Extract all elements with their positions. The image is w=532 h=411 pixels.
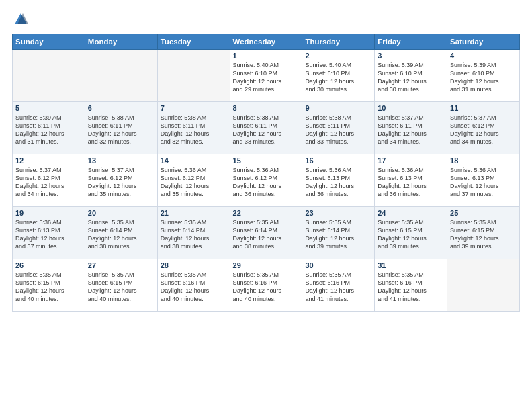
calendar-header-row: SundayMondayTuesdayWednesdayThursdayFrid… [13,34,520,50]
cell-content: Sunrise: 5:37 AM Sunset: 6:12 PM Dayligh… [15,166,82,199]
day-number: 9 [305,104,371,112]
calendar-cell: 7Sunrise: 5:38 AM Sunset: 6:11 PM Daylig… [157,102,230,154]
col-header-saturday: Saturday [447,34,520,50]
calendar-cell: 27Sunrise: 5:35 AM Sunset: 6:15 PM Dayli… [85,259,157,312]
day-number: 26 [15,261,82,269]
calendar-body: 1Sunrise: 5:40 AM Sunset: 6:10 PM Daylig… [13,50,520,312]
day-number: 4 [450,52,517,60]
calendar-cell [85,50,157,102]
calendar-week-row: 1Sunrise: 5:40 AM Sunset: 6:10 PM Daylig… [13,50,520,102]
calendar-cell: 20Sunrise: 5:35 AM Sunset: 6:14 PM Dayli… [85,207,157,259]
calendar-cell [13,50,85,102]
day-number: 5 [15,104,82,112]
cell-content: Sunrise: 5:40 AM Sunset: 6:10 PM Dayligh… [233,61,300,94]
cell-content: Sunrise: 5:36 AM Sunset: 6:13 PM Dayligh… [378,166,444,199]
cell-content: Sunrise: 5:38 AM Sunset: 6:11 PM Dayligh… [161,113,227,146]
cell-content: Sunrise: 5:38 AM Sunset: 6:11 PM Dayligh… [88,113,154,146]
cell-content: Sunrise: 5:36 AM Sunset: 6:12 PM Dayligh… [233,166,300,199]
day-number: 23 [305,209,371,217]
day-number: 11 [450,104,517,112]
calendar-cell: 21Sunrise: 5:35 AM Sunset: 6:14 PM Dayli… [157,207,230,259]
calendar-cell: 5Sunrise: 5:39 AM Sunset: 6:11 PM Daylig… [13,102,85,154]
calendar-cell: 3Sunrise: 5:39 AM Sunset: 6:10 PM Daylig… [375,50,447,102]
day-number: 14 [161,156,227,165]
day-number: 15 [233,156,300,165]
calendar-week-row: 5Sunrise: 5:39 AM Sunset: 6:11 PM Daylig… [13,102,520,154]
day-number: 13 [88,156,154,165]
cell-content: Sunrise: 5:35 AM Sunset: 6:14 PM Dayligh… [233,218,300,251]
calendar-cell: 14Sunrise: 5:36 AM Sunset: 6:12 PM Dayli… [157,154,230,207]
calendar-week-row: 26Sunrise: 5:35 AM Sunset: 6:15 PM Dayli… [13,259,520,312]
cell-content: Sunrise: 5:39 AM Sunset: 6:11 PM Dayligh… [15,113,82,146]
day-number: 8 [233,104,300,112]
cell-content: Sunrise: 5:37 AM Sunset: 6:11 PM Dayligh… [378,113,444,146]
calendar-cell: 22Sunrise: 5:35 AM Sunset: 6:14 PM Dayli… [230,207,302,259]
calendar-cell: 15Sunrise: 5:36 AM Sunset: 6:12 PM Dayli… [230,154,302,207]
calendar-cell: 8Sunrise: 5:38 AM Sunset: 6:11 PM Daylig… [230,102,302,154]
col-header-sunday: Sunday [13,34,85,50]
cell-content: Sunrise: 5:35 AM Sunset: 6:16 PM Dayligh… [161,271,227,304]
calendar-week-row: 12Sunrise: 5:37 AM Sunset: 6:12 PM Dayli… [13,154,520,207]
cell-content: Sunrise: 5:35 AM Sunset: 6:14 PM Dayligh… [161,218,227,251]
cell-content: Sunrise: 5:35 AM Sunset: 6:15 PM Dayligh… [450,218,517,251]
cell-content: Sunrise: 5:39 AM Sunset: 6:10 PM Dayligh… [378,61,444,94]
cell-content: Sunrise: 5:35 AM Sunset: 6:15 PM Dayligh… [378,218,444,251]
cell-content: Sunrise: 5:35 AM Sunset: 6:15 PM Dayligh… [88,271,154,304]
calendar-table: SundayMondayTuesdayWednesdayThursdayFrid… [12,34,520,312]
calendar-cell: 16Sunrise: 5:36 AM Sunset: 6:13 PM Dayli… [302,154,375,207]
cell-content: Sunrise: 5:35 AM Sunset: 6:16 PM Dayligh… [378,271,444,304]
cell-content: Sunrise: 5:35 AM Sunset: 6:14 PM Dayligh… [88,218,154,251]
calendar-cell: 18Sunrise: 5:36 AM Sunset: 6:13 PM Dayli… [447,154,520,207]
calendar-cell: 31Sunrise: 5:35 AM Sunset: 6:16 PM Dayli… [375,259,447,312]
cell-content: Sunrise: 5:37 AM Sunset: 6:12 PM Dayligh… [450,113,517,146]
logo-icon [13,12,28,27]
day-number: 12 [15,156,82,165]
calendar-cell: 12Sunrise: 5:37 AM Sunset: 6:12 PM Dayli… [13,154,85,207]
day-number: 18 [450,156,517,165]
calendar-cell: 29Sunrise: 5:35 AM Sunset: 6:16 PM Dayli… [230,259,302,312]
header [12,12,520,27]
calendar-cell: 4Sunrise: 5:39 AM Sunset: 6:10 PM Daylig… [447,50,520,102]
day-number: 1 [233,52,300,60]
col-header-monday: Monday [85,34,157,50]
cell-content: Sunrise: 5:35 AM Sunset: 6:14 PM Dayligh… [305,218,371,251]
cell-content: Sunrise: 5:38 AM Sunset: 6:11 PM Dayligh… [233,113,300,146]
calendar-cell: 11Sunrise: 5:37 AM Sunset: 6:12 PM Dayli… [447,102,520,154]
calendar-cell: 10Sunrise: 5:37 AM Sunset: 6:11 PM Dayli… [375,102,447,154]
cell-content: Sunrise: 5:35 AM Sunset: 6:15 PM Dayligh… [15,271,82,304]
day-number: 25 [450,209,517,217]
day-number: 30 [305,261,371,269]
calendar-cell: 13Sunrise: 5:37 AM Sunset: 6:12 PM Dayli… [85,154,157,207]
day-number: 3 [378,52,444,60]
day-number: 24 [378,209,444,217]
calendar-cell: 23Sunrise: 5:35 AM Sunset: 6:14 PM Dayli… [302,207,375,259]
cell-content: Sunrise: 5:35 AM Sunset: 6:16 PM Dayligh… [305,271,371,304]
day-number: 6 [88,104,154,112]
cell-content: Sunrise: 5:35 AM Sunset: 6:16 PM Dayligh… [233,271,300,304]
col-header-friday: Friday [375,34,447,50]
day-number: 22 [233,209,300,217]
col-header-thursday: Thursday [302,34,375,50]
calendar-cell: 9Sunrise: 5:38 AM Sunset: 6:11 PM Daylig… [302,102,375,154]
calendar-cell: 26Sunrise: 5:35 AM Sunset: 6:15 PM Dayli… [13,259,85,312]
cell-content: Sunrise: 5:36 AM Sunset: 6:12 PM Dayligh… [161,166,227,199]
col-header-wednesday: Wednesday [230,34,302,50]
cell-content: Sunrise: 5:36 AM Sunset: 6:13 PM Dayligh… [15,218,82,251]
day-number: 29 [233,261,300,269]
day-number: 10 [378,104,444,112]
day-number: 19 [15,209,82,217]
day-number: 17 [378,156,444,165]
cell-content: Sunrise: 5:38 AM Sunset: 6:11 PM Dayligh… [305,113,371,146]
cell-content: Sunrise: 5:40 AM Sunset: 6:10 PM Dayligh… [305,61,371,94]
calendar-cell [447,259,520,312]
cell-content: Sunrise: 5:39 AM Sunset: 6:10 PM Dayligh… [450,61,517,94]
day-number: 16 [305,156,371,165]
calendar-cell: 24Sunrise: 5:35 AM Sunset: 6:15 PM Dayli… [375,207,447,259]
calendar-cell [157,50,230,102]
calendar-cell: 30Sunrise: 5:35 AM Sunset: 6:16 PM Dayli… [302,259,375,312]
calendar-cell: 17Sunrise: 5:36 AM Sunset: 6:13 PM Dayli… [375,154,447,207]
day-number: 21 [161,209,227,217]
calendar-cell: 28Sunrise: 5:35 AM Sunset: 6:16 PM Dayli… [157,259,230,312]
cell-content: Sunrise: 5:36 AM Sunset: 6:13 PM Dayligh… [450,166,517,199]
calendar-cell: 25Sunrise: 5:35 AM Sunset: 6:15 PM Dayli… [447,207,520,259]
